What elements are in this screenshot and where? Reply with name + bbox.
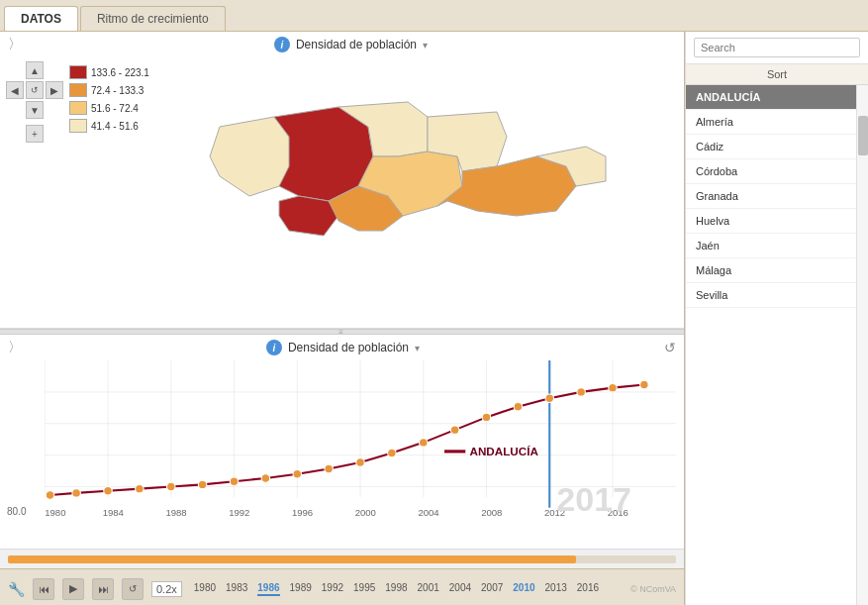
year-1995: 1995 xyxy=(353,582,375,596)
play-to-end-button[interactable]: ⏭ xyxy=(92,578,114,600)
svg-point-28 xyxy=(450,426,459,435)
loop-button[interactable]: ↺ xyxy=(122,578,144,600)
search-box xyxy=(686,32,868,64)
svg-text:1984: 1984 xyxy=(103,507,125,518)
svg-point-17 xyxy=(104,487,113,496)
app-container: DATOS Ritmo de crecimiento 〉 i Densidad … xyxy=(0,0,868,605)
year-2010: 2010 xyxy=(513,582,534,596)
sort-button[interactable]: Sort xyxy=(686,64,868,85)
svg-point-31 xyxy=(545,394,554,403)
region-item-malaga[interactable]: Málaga xyxy=(686,258,856,283)
chart-info-icon[interactable]: i xyxy=(266,340,282,355)
play-to-start-button[interactable]: ⏮ xyxy=(33,578,54,600)
zoom-label: 0.2x xyxy=(151,581,182,597)
region-list: ANDALUCÍAAlmeríaCádizCórdobaGranadaHuelv… xyxy=(686,85,856,605)
map-zoom-in[interactable]: + xyxy=(26,125,44,143)
timeline-year-labels: 1980 1983 1986 1989 1992 1995 1998 2001 … xyxy=(194,582,599,596)
map-legend: 133.6 - 223.1 72.4 - 133.3 51.6 - 72.4 xyxy=(65,57,154,255)
tab-bar: DATOS Ritmo de crecimiento xyxy=(0,0,868,32)
svg-text:1988: 1988 xyxy=(165,507,186,518)
legend-item-3: 51.6 - 72.4 xyxy=(69,101,150,115)
svg-point-22 xyxy=(261,474,270,483)
legend-swatch-2 xyxy=(69,83,87,97)
map-nav-left[interactable]: ◀ xyxy=(6,81,24,99)
svg-text:2004: 2004 xyxy=(418,507,439,518)
legend-item-4: 41.4 - 51.6 xyxy=(69,119,150,133)
year-2004: 2004 xyxy=(449,582,471,596)
svg-text:1992: 1992 xyxy=(229,507,249,518)
svg-point-23 xyxy=(293,470,302,479)
legend-swatch-4 xyxy=(69,119,87,133)
map-nav-right[interactable]: ▶ xyxy=(46,81,63,99)
svg-point-20 xyxy=(198,480,207,489)
map-expand-button[interactable]: 〉 xyxy=(8,36,22,53)
chart-toolbar: 〉 i Densidad de población ▾ ↺ xyxy=(0,335,684,360)
right-sidebar: Sort ANDALUCÍAAlmeríaCádizCórdobaGranada… xyxy=(685,32,868,605)
region-item-granada[interactable]: Granada xyxy=(686,184,856,209)
chart-dropdown-icon[interactable]: ▾ xyxy=(415,343,420,353)
region-item-almeria[interactable]: Almería xyxy=(686,110,856,135)
svg-point-24 xyxy=(325,464,334,473)
legend-item-2: 72.4 - 133.3 xyxy=(69,83,150,97)
year-1998: 1998 xyxy=(385,582,407,596)
svg-point-30 xyxy=(514,403,523,412)
year-2001: 2001 xyxy=(418,582,439,596)
svg-point-18 xyxy=(136,484,145,493)
svg-point-34 xyxy=(640,380,649,389)
svg-text:2008: 2008 xyxy=(481,507,502,518)
tab-datos[interactable]: DATOS xyxy=(4,6,78,31)
map-dropdown-icon[interactable]: ▾ xyxy=(423,40,428,50)
map-info-icon[interactable]: i xyxy=(274,37,290,52)
svg-text:1996: 1996 xyxy=(292,507,313,518)
map-nav-reset[interactable]: ↺ xyxy=(26,81,44,99)
legend-label-1: 133.6 - 223.1 xyxy=(91,67,149,78)
map-nav-down[interactable]: ▼ xyxy=(26,101,44,119)
year-2013: 2013 xyxy=(545,582,567,596)
chart-title-area: i Densidad de población ▾ xyxy=(26,340,660,355)
svg-rect-35 xyxy=(444,450,465,453)
svg-text:ANDALUCÍA: ANDALUCÍA xyxy=(470,445,539,457)
svg-text:2012: 2012 xyxy=(544,507,565,518)
map-nav-up[interactable]: ▲ xyxy=(26,61,44,79)
region-item-cordoba[interactable]: Córdoba xyxy=(686,159,856,184)
svg-point-21 xyxy=(230,477,239,486)
svg-point-32 xyxy=(577,388,586,397)
svg-point-33 xyxy=(609,383,618,392)
play-button[interactable]: ▶ xyxy=(62,578,84,600)
region-item-jaen[interactable]: Jaén xyxy=(686,234,856,258)
svg-point-29 xyxy=(482,413,491,422)
content-row: 〉 i Densidad de población ▾ ▲ ◀ ↺ xyxy=(0,32,868,605)
legend-label-3: 51.6 - 72.4 xyxy=(91,103,139,114)
tab-ritmo[interactable]: Ritmo de crecimiento xyxy=(80,6,226,31)
map-toolbar: 〉 i Densidad de población ▾ xyxy=(0,32,684,57)
chart-expand-button[interactable]: 〉 xyxy=(8,339,22,356)
region-item-huelva[interactable]: Huelva xyxy=(686,209,856,234)
legend-swatch-1 xyxy=(69,65,87,79)
svg-text:1980: 1980 xyxy=(45,507,65,518)
year-1983: 1983 xyxy=(226,582,247,596)
search-input[interactable] xyxy=(694,38,860,57)
map-svg xyxy=(190,57,645,255)
chart-title: Densidad de población xyxy=(288,341,409,354)
region-item-sevilla[interactable]: Sevilla xyxy=(686,283,856,308)
chart-section: 〉 i Densidad de población ▾ ↺ 80.0 2017 xyxy=(0,335,684,605)
region-item-andalucia[interactable]: ANDALUCÍA xyxy=(686,85,856,110)
svg-point-16 xyxy=(72,489,81,498)
bottom-controls: 🔧 ⏮ ▶ ⏭ ↺ 0.2x 1980 1983 1986 1989 1992 … xyxy=(0,568,684,605)
sidebar-scrollbar[interactable] xyxy=(856,85,868,605)
scrollbar-thumb[interactable] xyxy=(858,116,868,155)
svg-text:2016: 2016 xyxy=(608,507,628,518)
year-2016: 2016 xyxy=(577,582,599,596)
y-axis-label: 80.0 xyxy=(7,506,26,517)
svg-point-19 xyxy=(167,482,176,491)
year-1986: 1986 xyxy=(257,582,279,596)
timeline-bar xyxy=(0,549,684,568)
region-item-cadiz[interactable]: Cádiz xyxy=(686,135,856,159)
map-title-area: i Densidad de población ▾ xyxy=(26,37,676,52)
chart-reset-button[interactable]: ↺ xyxy=(664,340,676,355)
year-1989: 1989 xyxy=(290,582,312,596)
timeline-track[interactable] xyxy=(8,555,676,563)
map-svg-area xyxy=(154,57,680,255)
wrench-icon[interactable]: 🔧 xyxy=(8,581,25,597)
svg-text:2000: 2000 xyxy=(355,507,376,518)
